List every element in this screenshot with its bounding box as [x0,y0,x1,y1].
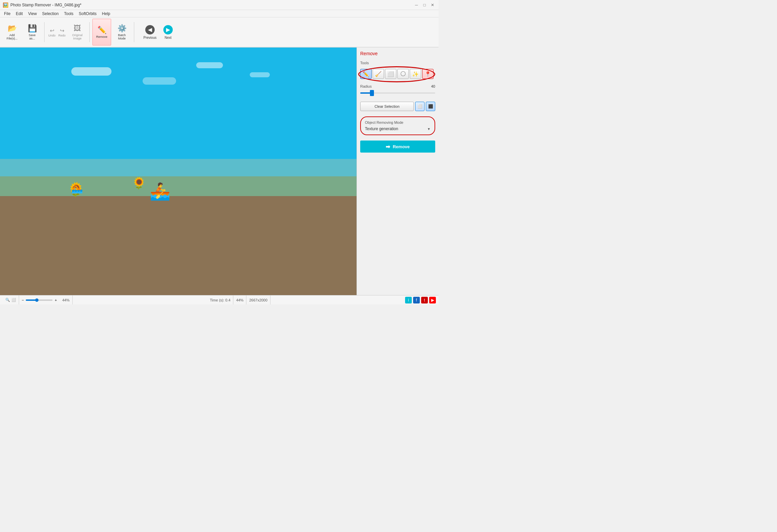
toolbar-separator-3 [134,22,134,42]
redo-label: Redo [58,34,66,37]
original-image-button[interactable]: 🖼 OriginalImage [68,19,87,46]
zoom-slider-thumb[interactable] [35,298,38,302]
next-arrow-icon: ▶ [163,25,173,34]
swimmer: 🏊 [71,183,83,194]
info-icon[interactable]: i [405,297,412,303]
remove-action-button[interactable]: ➡ Remove [360,141,435,153]
redo-button[interactable]: ↪ Redo [57,26,67,38]
zoom-slider-fill [26,299,36,301]
menu-help[interactable]: Help [99,11,113,17]
zoom-plus-icon[interactable]: + [55,298,57,302]
image-canvas[interactable]: 🌻 🌻 🚣 🏊 [0,48,357,295]
menu-edit[interactable]: Edit [13,11,25,17]
original-image-icon: 🖼 [74,24,81,33]
mode-value: Texture generation [365,126,398,131]
remove-icon: ✏️ [97,26,106,34]
social-icons: i f t ▶ [405,297,436,303]
minimize-button[interactable]: ─ [413,2,420,8]
toolbar: 📂 AddFile(s)... 💾 Saveas... ↩ Undo ↪ Red… [0,17,439,48]
eraser-tool-button[interactable]: 🧹 [373,69,384,79]
zoom-rect-icon: ⬜ [11,298,16,302]
previous-nav-button[interactable]: ◀ Previous [142,19,158,46]
radius-value: 40 [431,84,435,88]
original-image-label: OriginalImage [72,33,82,40]
radius-label: Radius [360,84,372,88]
image-dimensions: 2667x2000 [246,295,270,304]
menu-softorbits[interactable]: SoftOrbits [76,11,99,17]
radius-row: Radius 40 [360,84,435,88]
tools-row: ✏️ 🧹 ⬜ 〇 ✨ 📍 [360,69,435,79]
zoom-slider-container: − + [19,298,60,302]
youtube-icon[interactable]: ▶ [429,297,436,303]
remove-button[interactable]: ✏️ Remove [92,19,111,46]
magic-wand-tool-button[interactable]: ✨ [410,69,421,79]
menu-tools[interactable]: Tools [61,11,76,17]
remove-btn-label: Remove [393,144,410,149]
undo-button[interactable]: ↩ Undo [47,26,57,38]
batch-mode-icon: ⚙️ [118,24,127,33]
tools-section: ✏️ 🧹 ⬜ 〇 ✨ 📍 [360,69,435,82]
zoom-percentage: 44% [60,295,73,304]
app-icon: 🖼️ [3,2,8,8]
tools-label: Tools [360,61,435,65]
person-on-kayak: 🚣 [150,182,170,201]
statusbar: 🔍 ⬜ − + 44% Time (s): 0.4 44% 2667x2000 … [0,295,439,304]
menu-file[interactable]: File [1,11,13,17]
stamp-tool-button[interactable]: 📍 [422,69,434,79]
previous-arrow-icon: ◀ [145,25,155,34]
zoom-minus-icon[interactable]: − [22,298,24,302]
radius-slider-thumb[interactable] [370,90,374,96]
add-files-button[interactable]: 📂 AddFile(s)... [3,19,21,46]
menubar: File Edit View Selection Tools SoftOrbit… [0,10,439,17]
zoom-slider[interactable] [26,299,53,301]
next-nav-button[interactable]: ▶ Next [160,19,176,46]
clear-selection-row: Clear Selection ⬜ ⬛ [360,102,435,111]
redo-icon: ↪ [60,27,64,34]
mode-section-container: Object Removing Mode Texture generation … [360,116,435,138]
menu-view[interactable]: View [25,11,40,17]
batch-mode-button[interactable]: ⚙️ BatchMode [112,19,131,46]
select-all-button[interactable]: ⬜ [415,102,424,111]
add-files-label: AddFile(s)... [7,33,18,40]
radius-slider-track[interactable] [360,92,435,94]
twitter-icon[interactable]: t [421,297,428,303]
zoom-display-2: 44% [233,295,246,304]
toolbar-separator-2 [89,22,90,42]
maximize-button[interactable]: □ [421,2,428,8]
undo-label: Undo [48,34,56,37]
window-title: Photo Stamp Remover - IMG_0486.jpg* [10,3,413,7]
add-files-icon: 📂 [8,24,17,33]
mode-select-row[interactable]: Texture generation ▼ [365,126,431,131]
mode-section: Object Removing Mode Texture generation … [360,116,435,135]
time-display: Time (s): 0.4 [207,295,233,304]
mode-dropdown-arrow[interactable]: ▼ [427,127,431,131]
facebook-icon[interactable]: f [413,297,420,303]
batch-mode-label: BatchMode [118,33,126,40]
mode-label: Object Removing Mode [365,120,431,124]
window-controls: ─ □ ✕ [413,2,436,8]
main-area: 🌻 🌻 🚣 🏊 Remove Tools ✏️ 🧹 ⬜ 〇 ✨ 📍 [0,48,439,295]
sunflower-2: 🌻 [132,177,146,189]
panel-title: Remove [360,51,435,56]
status-zoom-icons: 🔍 ⬜ [3,295,19,304]
menu-selection[interactable]: Selection [40,11,61,17]
remove-btn-arrow-icon: ➡ [386,144,390,150]
save-icon: 💾 [28,24,37,33]
brush-tool-button[interactable]: ✏️ [360,69,372,79]
previous-label: Previous [144,36,157,39]
invert-selection-button[interactable]: ⬛ [426,102,435,111]
titlebar: 🖼️ Photo Stamp Remover - IMG_0486.jpg* ─… [0,0,439,10]
rect-select-tool-button[interactable]: ⬜ [385,69,396,79]
toolbar-separator-1 [44,22,45,42]
next-label: Next [165,36,172,39]
zoom-search-icon: 🔍 [5,298,10,302]
save-label: Saveas... [29,33,36,40]
right-panel: Remove Tools ✏️ 🧹 ⬜ 〇 ✨ 📍 Radius 40 [357,48,439,295]
close-button[interactable]: ✕ [429,2,436,8]
save-button[interactable]: 💾 Saveas... [23,19,42,46]
undo-icon: ↩ [50,27,54,34]
remove-label: Remove [96,35,107,38]
canvas-area[interactable]: 🌻 🌻 🚣 🏊 [0,48,357,295]
clear-selection-button[interactable]: Clear Selection [360,102,414,111]
lasso-tool-button[interactable]: 〇 [397,69,409,79]
